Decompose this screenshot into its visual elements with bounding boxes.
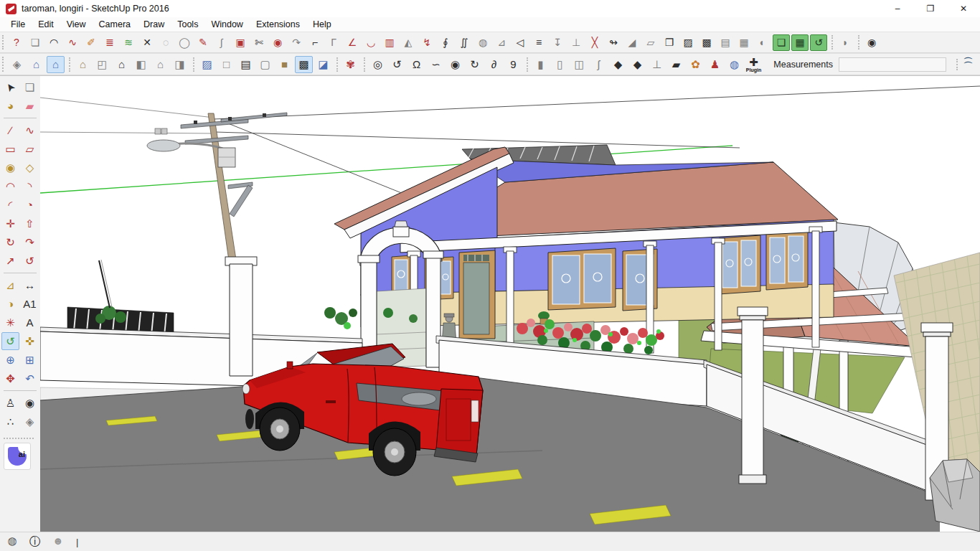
ext-terrain1-icon[interactable]: ❏	[773, 34, 790, 51]
ext-terrain2-icon[interactable]: ▦	[791, 34, 809, 51]
window[interactable]	[719, 235, 760, 294]
ext-crescent-icon[interactable]: ◡	[362, 34, 380, 51]
view-front-icon[interactable]: ⌂	[113, 56, 131, 73]
ext-sticks-icon[interactable]: ╳	[586, 34, 603, 51]
ext-box-icon[interactable]: ▣	[232, 34, 249, 51]
style-xray-icon[interactable]: ▨	[198, 56, 216, 73]
arc-icon[interactable]: ◠	[1, 177, 19, 195]
style-monochrome-icon[interactable]: ◪	[314, 56, 332, 73]
style-shaded-icon[interactable]: ■	[275, 56, 293, 73]
ext-stand-icon[interactable]: ⊥	[567, 34, 585, 51]
panel-dark-icon[interactable]: ◆	[609, 56, 627, 73]
dimension-icon[interactable]: ↔	[21, 276, 39, 294]
look-around-icon[interactable]: ◉	[21, 394, 39, 412]
viewport-canvas[interactable]	[40, 76, 980, 532]
ext-angle-icon[interactable]: ∠	[344, 34, 361, 51]
ext-coil2-icon[interactable]: ∬	[456, 34, 473, 51]
menu-extensions[interactable]: Extensions	[250, 18, 306, 31]
rotated-rectangle-icon[interactable]: ▱	[21, 140, 39, 158]
ext-hatch4-icon[interactable]: ▦	[735, 34, 753, 51]
model-axes-active-icon[interactable]: ⌂	[47, 56, 65, 73]
ext-layer-color-icon[interactable]: ≋	[120, 34, 137, 51]
ext-branch-icon[interactable]: ↬	[605, 34, 622, 51]
ext-swoop-icon[interactable]: ↷	[288, 34, 305, 51]
zoom-extents-icon[interactable]: ✥	[1, 369, 19, 387]
two-point-arc-icon[interactable]: ◝	[21, 177, 39, 195]
tape-measure-icon[interactable]: ⊿	[1, 276, 19, 294]
fruit-bowl-icon[interactable]: ✿	[687, 56, 705, 73]
menu-view[interactable]: View	[60, 18, 93, 31]
ext-hatch2-icon[interactable]: ▩	[698, 34, 715, 51]
menu-help[interactable]: Help	[306, 18, 338, 31]
position-camera-icon[interactable]: ♙	[1, 394, 19, 412]
spiral-3-icon[interactable]: Ω	[407, 56, 425, 73]
lamp-stand-icon[interactable]: ⊥	[648, 56, 666, 73]
close-button[interactable]: ✕	[947, 0, 980, 17]
door-open-icon[interactable]: ◫	[570, 56, 588, 73]
line-tool-icon[interactable]: ∕	[1, 121, 19, 139]
window[interactable]	[766, 231, 808, 290]
ext-coil-icon[interactable]: ∮	[437, 34, 454, 51]
view-right-icon[interactable]: ◧	[132, 56, 150, 73]
walk-icon[interactable]: ∴	[1, 413, 19, 430]
style-wireframe-icon[interactable]: □	[217, 56, 235, 73]
ext-bolt-icon[interactable]: ↯	[418, 34, 435, 51]
spiral-4-icon[interactable]: ∽	[427, 56, 445, 73]
section-plane-icon[interactable]: ◈	[8, 56, 26, 73]
three-point-arc-icon[interactable]: ◜	[1, 196, 19, 214]
ext-stack-icon[interactable]: ≡	[530, 34, 547, 51]
ext-pin-pencil-icon[interactable]: ✎	[194, 34, 212, 51]
ext-screw-icon[interactable]: ↧	[549, 34, 566, 51]
ext-help-sketch-icon[interactable]: ?	[8, 34, 25, 51]
spiral-5-icon[interactable]: ◉	[446, 56, 464, 73]
pie-icon[interactable]: ◔	[21, 196, 39, 214]
ext-cone-icon[interactable]: ◭	[400, 34, 417, 51]
make-component-icon[interactable]: ❏	[21, 78, 39, 96]
plugin-add-icon[interactable]: ✚Plugin	[745, 56, 763, 73]
toolbar-collapse-icon[interactable]: ⌒ ⌒	[956, 60, 973, 69]
view-iso-icon[interactable]: ⌂	[74, 56, 92, 73]
follow-me-icon[interactable]: ↷	[21, 233, 39, 251]
polygon-icon[interactable]: ◇	[21, 159, 39, 176]
move-icon[interactable]: ✛	[1, 215, 19, 232]
protractor-icon[interactable]: ◑	[1, 295, 19, 313]
rock[interactable]	[930, 459, 980, 532]
vegetation-icon[interactable]: ✾	[341, 56, 359, 73]
ext-bezier-icon[interactable]: ∿	[64, 34, 81, 51]
ext-tube-icon[interactable]: ∫	[213, 34, 230, 51]
spiral-7-icon[interactable]: ∂	[485, 56, 503, 73]
door-closed-icon[interactable]: ▮	[532, 56, 550, 73]
ext-lasso-icon[interactable]: ◯	[176, 34, 193, 51]
axes-tool-icon[interactable]: ✳	[1, 314, 19, 331]
spiral-2-icon[interactable]: ↺	[388, 56, 406, 73]
signin-icon[interactable]: ☻	[52, 534, 65, 550]
menu-file[interactable]: File	[4, 18, 32, 31]
menu-camera[interactable]: Camera	[93, 18, 137, 31]
view-back-icon[interactable]: ⌂	[151, 56, 169, 73]
board-icon[interactable]: ▰	[667, 56, 685, 73]
measurements-input[interactable]	[839, 57, 946, 72]
ext-cage-icon[interactable]: ▥	[381, 34, 398, 51]
ext-frame-icon[interactable]: ❐	[661, 34, 678, 51]
view-top-icon[interactable]: ◰	[93, 56, 111, 73]
credits-icon[interactable]: ⓘ	[29, 534, 42, 550]
ext-scissor-icon[interactable]: ✄	[250, 34, 268, 51]
ext-swirl-icon[interactable]: ↺	[810, 34, 827, 51]
ext-ramp-icon[interactable]: ◢	[623, 34, 641, 51]
menu-edit[interactable]: Edit	[32, 18, 60, 31]
ext-hatch1-icon[interactable]: ▨	[679, 34, 697, 51]
circle-icon[interactable]: ◉	[1, 159, 19, 176]
ext-globe-cam-icon[interactable]: ◉	[863, 34, 880, 51]
section-plane-tool-icon[interactable]: ◈	[21, 413, 39, 430]
ext-sketch-pencil-icon[interactable]: ✐	[83, 34, 100, 51]
ext-plane-icon[interactable]: ▱	[642, 34, 659, 51]
pan-icon[interactable]: ✜	[21, 332, 39, 350]
ext-layer-stack-icon[interactable]: ≣	[101, 34, 118, 51]
ext-loop-icon[interactable]: ◌	[157, 34, 174, 51]
ext-hatch3-icon[interactable]: ▤	[717, 34, 734, 51]
scale-icon[interactable]: ↗	[1, 252, 19, 270]
ext-round-cage-icon[interactable]: ◍	[474, 34, 491, 51]
door-ajar-icon[interactable]: ▯	[551, 56, 569, 73]
zoom-previous-icon[interactable]: ↶	[21, 369, 39, 387]
ext-flag-icon[interactable]: ⊿	[493, 34, 510, 51]
